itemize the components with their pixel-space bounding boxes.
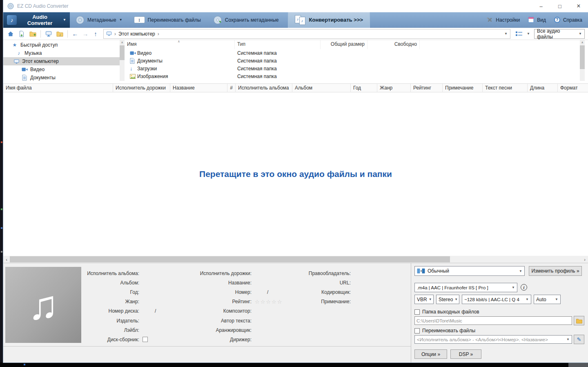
- folder-list-scrollbar[interactable]: ∧ ∨: [580, 40, 585, 81]
- view-menu-button[interactable]: Вид: [528, 17, 546, 23]
- folder-list: ∧ Имя Тип Общий размер Свободно Видео Си…: [125, 40, 580, 81]
- scroll-up-icon[interactable]: ∧: [120, 40, 125, 45]
- home-button[interactable]: [6, 29, 16, 39]
- folder-list-scrollbar-thumb[interactable]: [580, 45, 585, 69]
- column-header-album[interactable]: Альбом: [292, 84, 351, 92]
- settings-button[interactable]: Настройки: [486, 17, 520, 23]
- scroll-right-icon[interactable]: ›: [581, 256, 588, 263]
- folder-tree: ★ Быстрый доступ ♪ Музыка Этот компьютер…: [3, 40, 120, 81]
- folder-row-downloads[interactable]: ↓ Загрузки Системная папка: [125, 65, 580, 72]
- column-header-lyrics[interactable]: Текст песни: [483, 84, 528, 92]
- edit-pattern-button[interactable]: ✎: [574, 335, 584, 344]
- format-value: .m4a | AAC | Fraunhofer IIS [ Pro ]: [417, 285, 488, 290]
- column-header-free-space[interactable]: Свободно: [368, 40, 420, 49]
- maximize-button[interactable]: □: [550, 0, 569, 12]
- column-header-rating[interactable]: Рейтинг: [411, 84, 443, 92]
- audio-converter-menu-button[interactable]: ♪ Audio Converter ▼: [3, 12, 70, 28]
- music-folder-button[interactable]: ♪: [55, 29, 65, 39]
- file-drop-zone[interactable]: Перетащите в это окно аудио файлы и папк…: [3, 92, 588, 256]
- column-header-genre[interactable]: Жанр: [377, 84, 411, 92]
- up-button[interactable]: ↑: [91, 30, 100, 37]
- tools-icon: [486, 17, 493, 23]
- back-button[interactable]: ←: [71, 30, 80, 37]
- browse-folder-button[interactable]: [574, 316, 584, 325]
- column-header-file-name[interactable]: Имя файла: [3, 84, 113, 92]
- bitrate-mode-dropdown[interactable]: VBR ▼: [414, 295, 434, 304]
- metadata-menu-button[interactable]: Метаданные ▼: [76, 16, 122, 25]
- rename-files-button[interactable]: I Переименовать файлы: [134, 16, 201, 23]
- address-bar[interactable]: › Этот компьютер › ▼: [103, 29, 510, 39]
- forward-button[interactable]: →: [81, 30, 90, 37]
- star-empty-icon[interactable]: ☆: [277, 299, 282, 305]
- file-filter-dropdown[interactable]: Все аудио файлы ▼: [534, 29, 585, 39]
- column-header-number[interactable]: #: [227, 84, 236, 92]
- tree-item-documents[interactable]: Документы: [3, 74, 120, 81]
- edit-profile-button[interactable]: Изменить профиль »: [529, 266, 582, 276]
- column-header-total-size[interactable]: Общий размер: [321, 40, 368, 49]
- view-mode-dropdown-icon[interactable]: ▼: [526, 32, 531, 36]
- column-header-format[interactable]: Формат: [558, 84, 588, 92]
- star-empty-icon[interactable]: ☆: [261, 299, 265, 305]
- tree-item-music[interactable]: ♪ Музыка: [3, 49, 120, 57]
- folder-row-documents[interactable]: Документы Системная папка: [125, 57, 580, 65]
- format-dropdown[interactable]: .m4a | AAC | Fraunhofer IIS [ Pro ] ▼: [414, 283, 517, 292]
- music-note-icon: ♪: [7, 15, 17, 25]
- save-metadata-button[interactable]: Сохранить метаданные: [213, 16, 279, 25]
- column-header-comment[interactable]: Примечание: [443, 84, 483, 92]
- options-button[interactable]: Опции »: [414, 349, 447, 359]
- meta-genre: Жанр:: [84, 297, 196, 307]
- breadcrumb-separator[interactable]: ›: [158, 31, 159, 37]
- output-folder-input[interactable]: [414, 316, 572, 325]
- star-empty-icon[interactable]: ☆: [255, 299, 260, 305]
- tree-scrollbar-thumb[interactable]: [120, 45, 125, 60]
- folder-row-videos[interactable]: Видео Системная папка: [125, 49, 580, 57]
- scroll-left-icon[interactable]: ‹: [3, 256, 10, 263]
- dsp-button[interactable]: DSP »: [450, 349, 481, 359]
- sample-rate-dropdown[interactable]: Auto ▼: [534, 295, 561, 304]
- taskbar-strip: [0, 363, 588, 367]
- bitrate-dropdown[interactable]: ~128 kbit/s | AAC-LC | Q 4 ▼: [462, 295, 531, 304]
- output-folder-checkbox[interactable]: [414, 309, 420, 315]
- video-icon: [21, 67, 28, 72]
- compilation-checkbox[interactable]: [143, 337, 148, 342]
- add-folder-button[interactable]: [28, 29, 38, 39]
- profile-dropdown[interactable]: Обычный ▼: [414, 266, 525, 276]
- column-header-type[interactable]: Тип: [235, 40, 321, 49]
- column-header-year[interactable]: Год: [351, 84, 377, 92]
- close-button[interactable]: ×: [569, 0, 588, 12]
- rename-files-checkbox[interactable]: [414, 328, 420, 333]
- devices-button[interactable]: [44, 29, 53, 39]
- scroll-up-icon[interactable]: ∧: [580, 40, 585, 45]
- folder-row-pictures[interactable]: Изображения Системная папка: [125, 72, 580, 80]
- address-dropdown-icon[interactable]: ▼: [503, 32, 508, 36]
- horizontal-scrollbar-thumb[interactable]: [10, 256, 450, 262]
- toolbar-right-group: Настройки Вид ? Справка: [486, 17, 588, 23]
- tree-scrollbar[interactable]: ∧ ∨: [120, 40, 125, 81]
- minimize-button[interactable]: –: [532, 0, 550, 12]
- tree-item-this-pc[interactable]: Этот компьютер: [3, 57, 120, 65]
- bitrate-value: ~128 kbit/s | AAC-LC | Q 4: [464, 297, 519, 302]
- rename-pattern-dropdown[interactable]: <Исполнитель альбома> - <Альбом>\<Номер>…: [414, 335, 572, 344]
- meta-conductor: Дирижер:: [194, 335, 309, 344]
- add-files-button[interactable]: [17, 29, 27, 39]
- breadcrumb-this-pc[interactable]: Этот компьютер: [118, 31, 155, 37]
- column-header-title[interactable]: Название: [170, 84, 227, 92]
- info-icon[interactable]: i: [521, 284, 527, 291]
- column-header-album-artist[interactable]: Исполнитель альбома: [236, 84, 292, 92]
- star-empty-icon[interactable]: ☆: [272, 299, 276, 305]
- channels-dropdown[interactable]: Stereo ▼: [436, 295, 459, 304]
- convert-button[interactable]: ♪ ♪ Конвертировать >>>: [288, 12, 370, 28]
- column-header-track-artist[interactable]: Исполнитель дорожки: [113, 84, 170, 92]
- view-mode-button[interactable]: [514, 29, 524, 39]
- meta-title: Название:: [194, 278, 309, 287]
- horizontal-scrollbar[interactable]: ‹ ›: [3, 256, 588, 263]
- separator: [67, 30, 68, 38]
- music-note-icon: ♫: [28, 284, 59, 325]
- help-button[interactable]: ? Справка: [554, 17, 582, 23]
- column-header-name[interactable]: ∧ Имя: [125, 40, 235, 49]
- rating-stars[interactable]: ☆ ☆ ☆ ☆ ☆: [252, 299, 282, 305]
- column-header-length[interactable]: Длина: [528, 84, 558, 92]
- star-empty-icon[interactable]: ☆: [266, 299, 271, 305]
- tree-item-videos[interactable]: Видео: [3, 65, 120, 74]
- tree-item-quick-access[interactable]: ★ Быстрый доступ: [3, 41, 120, 49]
